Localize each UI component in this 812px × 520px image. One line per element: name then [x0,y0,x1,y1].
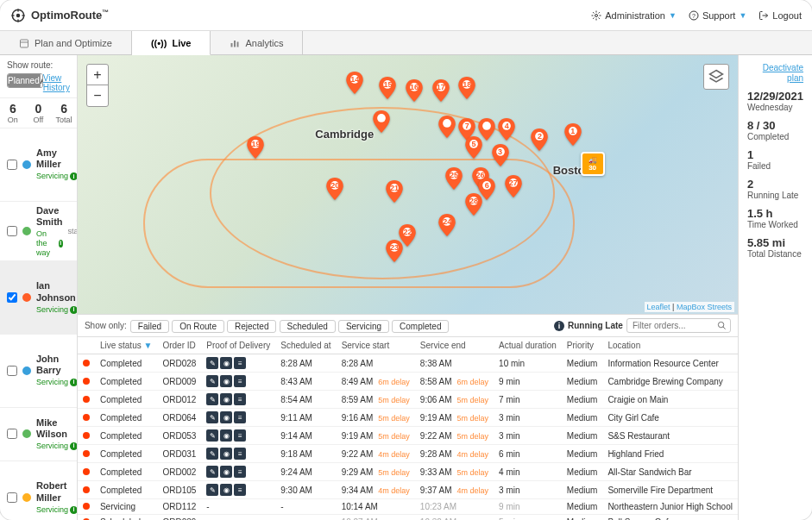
filter-input[interactable] [631,319,717,332]
support-link[interactable]: ? Support▼ [689,10,746,21]
map-pin[interactable]: 19 [247,136,264,159]
col-header[interactable]: Service end [415,337,494,354]
driver-checkbox[interactable] [7,429,17,439]
map[interactable]: Cambridge Boston + − 1415161718745321192… [78,55,738,314]
map-pin[interactable]: 23 [386,240,403,262]
map-pin[interactable]: 24 [438,214,456,236]
pod-photo-icon[interactable]: ◉ [220,466,232,478]
driver-checkbox[interactable] [7,292,17,303]
pod-note-icon[interactable]: ≡ [234,411,246,423]
pod-note-icon[interactable]: ≡ [234,448,246,460]
map-pin[interactable]: 28 [465,193,482,216]
driver-row[interactable]: Mike Wilson Servicing i 📍7/23 started ju… [0,408,77,462]
tab-live[interactable]: ((•)) Live [132,31,211,55]
driver-checkbox[interactable] [7,160,17,170]
table-row[interactable]: Completed ORD031 ✎ ◉ ≡ 9:18 AM 9:22 AM4m… [78,445,738,463]
table-row[interactable]: Servicing ORD112 - - 10:14 AM 10:23 AM 9… [78,499,738,515]
table-row[interactable]: Completed ORD064 ✎ ◉ ≡ 9:11 AM 9:16 AM5m… [78,409,738,427]
map-pin[interactable]: 14 [346,72,363,94]
pod-signature-icon[interactable]: ✎ [206,429,218,442]
map-pin[interactable]: 21 [386,180,403,203]
map-pin[interactable]: 27 [505,175,522,197]
pod-signature-icon[interactable]: ✎ [206,448,218,460]
pod-photo-icon[interactable]: ◉ [220,357,232,369]
zoom-out[interactable]: − [87,85,108,106]
search-icon[interactable] [717,321,727,330]
pod-photo-icon[interactable]: ◉ [220,429,232,442]
truck-pin[interactable]: 🚚30 [581,152,605,176]
info-icon[interactable]: i [554,321,564,331]
pod-note-icon[interactable]: ≡ [234,357,246,369]
admin-link[interactable]: Administration▼ [591,10,677,21]
table-row[interactable]: Completed ORD105 ✎ ◉ ≡ 9:30 AM 9:34 AM4m… [78,481,738,499]
driver-row[interactable]: Dave Smith On the way i 📍9/24 started ju… [0,202,77,262]
filter-chip[interactable]: On Route [172,320,224,333]
pod-note-icon[interactable]: ≡ [234,466,246,478]
pod-note-icon[interactable]: ≡ [234,429,246,442]
map-pin[interactable] [438,116,456,138]
pod-signature-icon[interactable]: ✎ [206,393,218,405]
table-row[interactable]: Completed ORD053 ✎ ◉ ≡ 9:14 AM 9:19 AM5m… [78,427,738,445]
map-pin[interactable]: 18 [458,77,475,99]
col-header[interactable]: Scheduled at [275,337,336,354]
table-row[interactable]: Completed ORD009 ✎ ◉ ≡ 8:43 AM 8:49 AM6m… [78,373,738,391]
filter-chip[interactable]: Servicing [338,320,389,333]
pod-photo-icon[interactable]: ◉ [220,448,232,460]
map-pin[interactable]: 20 [326,178,343,200]
pod-photo-icon[interactable]: ◉ [220,484,232,496]
driver-checkbox[interactable] [7,226,17,236]
deactivate-link[interactable]: Deactivate plan [763,63,803,83]
map-pin[interactable]: 16 [406,79,423,102]
filter-chip[interactable]: Scheduled [280,320,336,333]
tab-plan[interactable]: Plan and Optimize [0,31,132,54]
filter-chip[interactable]: Rejected [227,320,276,333]
pod-signature-icon[interactable]: ✎ [206,466,218,478]
leaflet-link[interactable]: Leaflet [647,303,670,311]
map-pin[interactable]: 1 [564,123,582,146]
pod-signature-icon[interactable]: ✎ [206,357,218,369]
layers-button[interactable] [703,64,729,90]
table-row[interactable]: Scheduled ORD039 - - 10:27 AM 10:32 AM 5… [78,515,738,521]
pod-signature-icon[interactable]: ✎ [206,375,218,387]
map-pin[interactable]: 5 [465,136,482,159]
col-header[interactable]: Live status ▼ [95,337,158,354]
filter-chip[interactable]: Completed [392,320,449,333]
filter-chip[interactable]: Failed [130,320,169,333]
col-header[interactable]: Order ID [157,337,201,354]
map-pin[interactable]: 17 [432,79,450,102]
pod-note-icon[interactable]: ≡ [234,393,246,405]
col-header[interactable]: Proof of Delivery [201,337,275,354]
driver-checkbox[interactable] [7,492,17,503]
col-header[interactable] [78,337,95,354]
map-pin[interactable]: 2 [531,128,548,151]
mapbox-link[interactable]: MapBox Streets [677,303,732,311]
driver-row[interactable]: Ian Johnson Servicing i 4m late 📍8/30 st… [0,261,77,335]
map-pin[interactable]: 25 [445,167,463,190]
driver-row[interactable]: Robert Miller Servicing i 2m late 📍7/23 … [0,461,77,520]
map-pin[interactable]: 3 [492,144,509,166]
pod-photo-icon[interactable]: ◉ [220,393,232,405]
pod-photo-icon[interactable]: ◉ [220,411,232,423]
table-row[interactable]: Completed ORD028 ✎ ◉ ≡ 8:28 AM 8:28 AM 8… [78,354,738,373]
map-pin[interactable] [373,110,390,133]
col-header[interactable]: Service start [337,337,415,354]
pod-note-icon[interactable]: ≡ [234,484,246,496]
view-history-link[interactable]: View History [43,73,70,92]
tab-analytics[interactable]: Analytics [211,31,303,54]
pod-signature-icon[interactable]: ✎ [206,411,218,423]
pod-signature-icon[interactable]: ✎ [206,484,218,496]
col-header[interactable]: Priority [562,337,603,354]
pod-note-icon[interactable]: ≡ [234,375,246,387]
table-row[interactable]: Completed ORD012 ✎ ◉ ≡ 8:54 AM 8:59 AM5m… [78,391,738,409]
seg-planned[interactable]: Planned [8,74,41,87]
driver-checkbox[interactable] [7,366,17,376]
pod-photo-icon[interactable]: ◉ [220,375,232,387]
zoom-in[interactable]: + [87,65,108,85]
col-header[interactable]: Actual duration [494,337,562,354]
driver-row[interactable]: John Barry Servicing i 5m late 📍6/26 sta… [0,335,77,408]
logout-link[interactable]: Logout [758,10,802,21]
driver-row[interactable]: Amy Miller Servicing i 2m late 📍8/54 sta… [0,128,77,202]
col-header[interactable]: Location [602,337,738,354]
table-row[interactable]: Completed ORD002 ✎ ◉ ≡ 9:24 AM 9:29 AM5m… [78,463,738,481]
map-pin[interactable]: 4 [498,118,515,141]
